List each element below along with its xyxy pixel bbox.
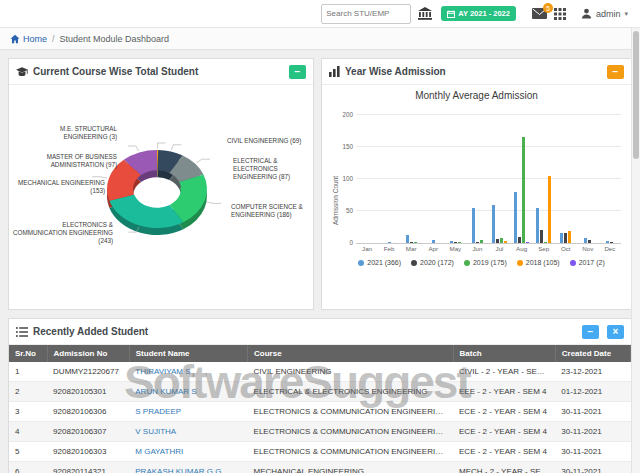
x-axis-labels: JanFebMarAprMayJunJulAugSepOctNovDec: [356, 245, 621, 252]
table-row: 4920820106307V SUJITHAELECTRONICS & COMM…: [9, 422, 631, 442]
y-tick-label: 0: [337, 239, 353, 246]
table-row: 1DUMMY21220677THIRAVIYAM SCIVIL ENGINEER…: [9, 362, 631, 382]
year-panel-title: Year Wise Admission: [345, 66, 602, 77]
cell-srno: 5: [9, 442, 47, 462]
cell-admission-no: 920820105301: [47, 382, 129, 402]
legend-label: 2017 (2): [579, 259, 605, 266]
institution-icon[interactable]: [418, 7, 432, 20]
cell-course: ELECTRONICS & COMMUNICATION ENGINEERING: [248, 402, 453, 422]
x-tick-label: Nov: [577, 245, 599, 252]
cell-srno: 2: [9, 382, 47, 402]
pie-label: ELECTRONICS & COMMUNICATION ENGINEERING …: [13, 221, 113, 245]
bar-2021-Jul: [492, 205, 495, 243]
search-input[interactable]: [321, 4, 411, 24]
course-wise-panel: Current Course Wise Total Student − M.E.…: [8, 58, 314, 310]
table-row: 2920820105301ARUN KUMAR SELECTRICAL & EL…: [9, 382, 631, 402]
y-tick-label: 50: [337, 207, 353, 214]
pie-label: CIVIL ENGINEERING (69): [227, 137, 309, 145]
legend-dot-icon: [570, 260, 576, 266]
cell-created-date: 30-11-2021: [555, 442, 630, 462]
year-chart-body: Monthly Average Admission Admission Coun…: [322, 85, 631, 310]
pie-label: COMPUTER SCIENCE & ENGINEERING (186): [231, 203, 313, 219]
cell-student-name[interactable]: THIRAVIYAM S: [129, 362, 247, 382]
recent-students-panel: Recently Added Student − × SoftwareSugge…: [8, 318, 632, 473]
bar-2019-Jul: [500, 238, 503, 243]
cell-created-date: 23-12-2021: [555, 362, 630, 382]
x-tick-label: May: [444, 245, 466, 252]
grid-icon: [554, 8, 566, 20]
cell-course: ELECTRICAL & ELECTRONICS ENGINEERING: [248, 382, 453, 402]
breadcrumb-current: Student Module Dashboard: [60, 34, 170, 44]
legend-item[interactable]: 2021 (366): [358, 259, 401, 266]
academic-year-badge[interactable]: AY 2021 - 2022: [441, 6, 516, 21]
legend-item[interactable]: 2019 (175): [464, 259, 507, 266]
col-header-created-date: Created Date: [555, 345, 630, 362]
bar-2020-Nov: [588, 240, 591, 243]
legend-item[interactable]: 2017 (2): [570, 259, 605, 266]
collapse-recent-panel-button[interactable]: −: [582, 325, 599, 339]
dashboard-content: Current Course Wise Total Student − M.E.…: [0, 50, 632, 473]
list-icon: [16, 327, 28, 337]
cell-batch: CIVIL - 2 - YEAR - SEM 4: [453, 362, 555, 382]
calendar-icon: [447, 10, 455, 18]
cell-admission-no: 920820114321: [47, 462, 129, 473]
pie-label: M.E. STRUCTURAL ENGINEERING (3): [39, 125, 117, 141]
user-menu[interactable]: admin ▾: [581, 8, 628, 19]
course-panel-title: Current Course Wise Total Student: [33, 66, 284, 77]
legend-item[interactable]: 2020 (172): [411, 259, 454, 266]
messages-button[interactable]: 5: [532, 8, 547, 19]
apps-grid-button[interactable]: [554, 8, 566, 20]
cell-student-name[interactable]: S PRADEEP: [129, 402, 247, 422]
scrollbar-thumb[interactable]: [633, 31, 639, 159]
close-recent-panel-button[interactable]: ×: [607, 325, 624, 339]
cell-batch: ECE - 2 - YEAR - SEM 4: [453, 402, 555, 422]
x-tick-label: Aug: [511, 245, 533, 252]
breadcrumb-separator: /: [52, 34, 55, 44]
col-header-student-name: Student Name: [129, 345, 247, 362]
breadcrumb-home-link[interactable]: Home: [10, 34, 47, 44]
bar-2020-Oct: [564, 233, 567, 243]
course-panel-header: Current Course Wise Total Student −: [9, 59, 313, 85]
col-header-srno: Sr.No: [9, 345, 47, 362]
cell-course: MECHANICAL ENGINEERING: [248, 462, 453, 473]
legend-item[interactable]: 2018 (105): [517, 259, 560, 266]
bar-2020-Mar: [410, 242, 413, 243]
bar-2021-Feb: [388, 242, 391, 243]
bar-2018-Oct: [568, 231, 571, 243]
breadcrumb-home-label: Home: [23, 34, 47, 44]
bar-2018-Jul: [504, 241, 507, 243]
table-row: 3920820106306S PRADEEPELECTRONICS & COMM…: [9, 402, 631, 422]
col-header-admission-no: Admission No: [47, 345, 129, 362]
graduation-cap-icon: [16, 67, 28, 77]
bar-2019-Mar: [414, 242, 417, 243]
app-window: AY 2021 - 2022 5 admin: [0, 0, 640, 473]
collapse-course-panel-button[interactable]: −: [289, 65, 306, 79]
bar-2019-May: [458, 242, 461, 243]
col-header-batch: Batch: [453, 345, 555, 362]
cell-student-name[interactable]: M GAYATHRI: [129, 442, 247, 462]
pie-label: MASTER OF BUSINESS ADMINISTRATION (97): [17, 153, 117, 169]
table-row: 5920820106303M GAYATHRIELECTRONICS & COM…: [9, 442, 631, 462]
col-header-course: Course: [248, 345, 453, 362]
collapse-year-panel-button[interactable]: −: [607, 65, 624, 79]
bar-chart-title: Monthly Average Admission: [322, 90, 631, 101]
x-tick-label: Mar: [400, 245, 422, 252]
cell-student-name[interactable]: PRAKASH KUMAR G G: [129, 462, 247, 473]
legend-dot-icon: [411, 260, 417, 266]
year-wise-panel: Year Wise Admission − Monthly Average Ad…: [321, 58, 632, 310]
cell-batch: MECH - 2 - YEAR - SEM 4: [453, 462, 555, 473]
table-row: 6920820114321PRAKASH KUMAR G GMECHANICAL…: [9, 462, 631, 473]
cell-admission-no: 920820106306: [47, 402, 129, 422]
bar-2020-May: [454, 242, 457, 243]
bar-2020-Aug: [518, 237, 521, 243]
cell-student-name[interactable]: V SUJITHA: [129, 422, 247, 442]
x-tick-label: Oct: [555, 245, 577, 252]
y-axis-label: Admission Count: [332, 176, 339, 225]
x-tick-label: Dec: [599, 245, 621, 252]
user-icon: [581, 8, 592, 19]
pie-label: ELECTRICAL & ELECTRONICS ENGINEERING (87…: [233, 157, 313, 181]
scrollbar-track[interactable]: [631, 28, 640, 473]
mail-count-badge: 5: [543, 3, 553, 13]
cell-student-name[interactable]: ARUN KUMAR S: [129, 382, 247, 402]
bar-2017-Aug: [526, 242, 529, 243]
